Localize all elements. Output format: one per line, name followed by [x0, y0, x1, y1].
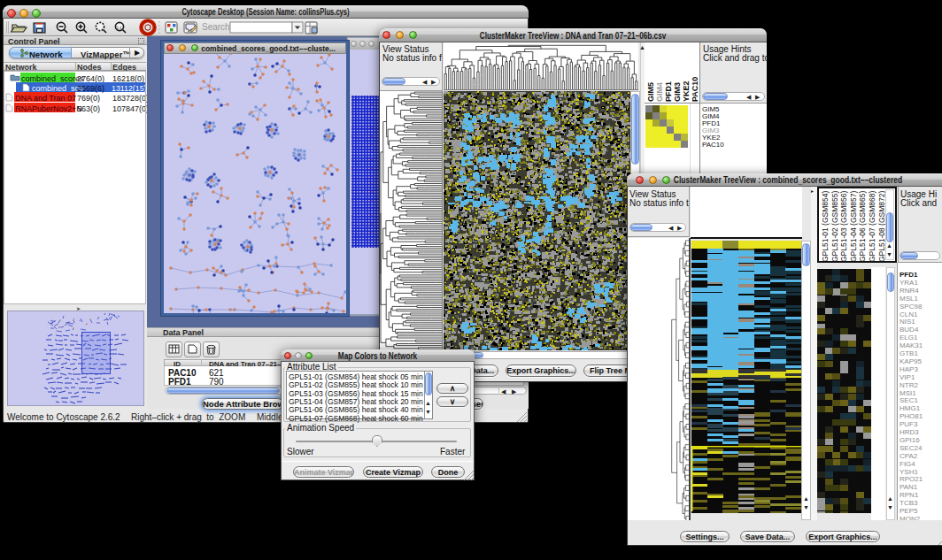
- svg-text:PAC10: PAC10: [691, 77, 699, 102]
- svg-text:GIM5: GIM5: [646, 82, 655, 102]
- svg-text:GIM4: GIM4: [655, 82, 664, 102]
- svg-text:YKE2: YKE2: [682, 81, 691, 102]
- svg-text:Search:: Search:: [202, 22, 232, 32]
- svg-text:GIM3: GIM3: [673, 82, 682, 102]
- svg-text:GPL51-07 (GSM868): GPL51-07 (GSM868): [868, 191, 876, 262]
- svg-text:GPL51-02 (GSM855): GPL51-02 (GSM855): [830, 191, 839, 262]
- svg-text:GPL51-06 (GSM865): GPL51-06 (GSM865): [858, 191, 867, 262]
- svg-text:GPL51-03 (GSM856): GPL51-03 (GSM856): [839, 191, 848, 262]
- svg-text:GPL51-04 (GSM857): GPL51-04 (GSM857): [849, 191, 858, 262]
- svg-text:GPL51-01 (GSM854): GPL51-01 (GSM854): [821, 191, 830, 262]
- svg-text:1:1: 1:1: [117, 26, 123, 30]
- svg-text:PFD1: PFD1: [664, 81, 673, 102]
